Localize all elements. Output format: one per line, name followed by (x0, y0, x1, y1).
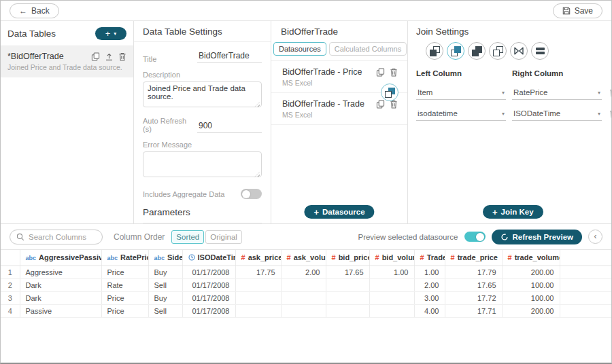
datasource-type: MS Excel (282, 79, 398, 87)
column-header-Side: abcSide (148, 250, 182, 266)
inner-join-icon[interactable] (447, 42, 464, 60)
table-cell: 1.00 (369, 266, 414, 278)
union-icon[interactable] (531, 42, 549, 60)
table-cell: 2.00 (414, 278, 445, 291)
join-keys-grid: Left Column Right Column Item ▾ RatePric… (416, 69, 603, 121)
column-order-segmented: Sorted Original (171, 230, 242, 244)
original-button[interactable]: Original (205, 230, 242, 244)
aggregate-toggle[interactable] (241, 189, 262, 199)
table-cell: 2.00 (281, 266, 326, 278)
plus-icon: + (313, 208, 319, 217)
table-cell: 17.65 (445, 278, 502, 291)
table-cell (235, 291, 281, 304)
data-tables-title: Data Tables (7, 29, 56, 39)
search-columns-field (10, 230, 103, 244)
datasource-name: BidOfferTrade - Price (282, 67, 362, 77)
table-cell: 17.71 (445, 304, 502, 317)
table-cell: 01/17/2008 (182, 266, 235, 278)
numeric-type-icon: # (420, 253, 424, 261)
join-type-indicator-icon[interactable] (381, 84, 398, 101)
column-header-ask_volume: #ask_volume (281, 250, 326, 266)
title-input[interactable] (197, 51, 262, 63)
title-field-label: Title (143, 55, 156, 63)
refresh-preview-button[interactable]: Refresh Preview (492, 230, 583, 244)
auto-refresh-label: Auto Refresh (s) (143, 117, 197, 133)
add-join-key-button[interactable]: + Join Key (483, 205, 543, 219)
table-cell: Passive (20, 304, 101, 317)
copy-icon[interactable] (376, 100, 385, 109)
datasources-tabs: Datasources Calculated Columns Debug (271, 41, 407, 61)
save-button-label: Save (575, 6, 593, 16)
numeric-type-icon: # (451, 253, 455, 261)
left-column-select[interactable]: Item ▾ (416, 85, 506, 100)
column-header-AggressivePassiveDark: abcAggressivePassiveDark (20, 250, 101, 266)
add-data-table-button[interactable]: + ▾ (95, 27, 126, 40)
datetime-type-icon (188, 253, 198, 261)
trash-icon[interactable] (118, 52, 126, 61)
right-column-select[interactable]: RatePrice ▾ (512, 85, 602, 100)
table-cell: Dark (20, 278, 101, 291)
select-value: isodatetime (418, 109, 458, 117)
table-cell: Sell (148, 278, 182, 291)
error-message-textarea[interactable] (143, 151, 262, 177)
numeric-type-icon: # (332, 253, 336, 261)
sorted-button[interactable]: Sorted (171, 230, 204, 244)
table-cell: 17.72 (445, 291, 502, 304)
table-cell: 200.00 (502, 266, 560, 278)
preview-datasource-toggle[interactable] (464, 232, 486, 242)
column-header-trade_volume: #trade_volume (502, 250, 560, 266)
description-textarea[interactable]: Joined Price and Trade data source. (143, 81, 262, 107)
data-table-list-item[interactable]: *BidOfferTrade Joined Price and Trade (1, 46, 133, 77)
copy-icon[interactable] (376, 68, 385, 77)
text-type-icon: abc (154, 255, 165, 261)
panels-row: Data Tables + ▾ *BidOfferTrade (1, 20, 611, 224)
table-cell: Aggressive (20, 266, 101, 278)
error-message-label: Error Message (143, 141, 262, 149)
table-cell (369, 278, 414, 291)
preview-table-area: abcAggressivePassiveDarkabcRatePriceabcS… (1, 249, 611, 318)
numeric-type-icon: # (375, 253, 379, 261)
table-cell (281, 278, 326, 291)
back-button[interactable]: ← Back (10, 3, 59, 18)
upload-icon[interactable] (105, 52, 114, 61)
chevron-down-icon: ▾ (502, 90, 505, 96)
table-cell (326, 291, 369, 304)
select-value: ISODateTime (513, 109, 560, 117)
search-columns-input[interactable] (29, 233, 96, 241)
chevron-down-icon: ▾ (502, 111, 505, 117)
save-button[interactable]: Save (553, 3, 602, 18)
add-datasource-button[interactable]: + Datasource (304, 205, 374, 219)
join-settings-title: Join Settings (416, 26, 603, 37)
trash-icon[interactable] (390, 68, 398, 77)
delete-join-key-icon[interactable] (608, 88, 611, 97)
chevron-down-icon: ▾ (598, 90, 600, 96)
table-cell: Buy (148, 291, 182, 304)
filler-cell (560, 278, 611, 291)
row-number: 3 (1, 291, 20, 304)
right-join-icon[interactable] (468, 42, 486, 60)
table-cell: 01/17/2008 (182, 278, 235, 291)
table-cell (235, 278, 281, 291)
left-column-select[interactable]: isodatetime ▾ (416, 106, 506, 121)
tab-calculated-columns[interactable]: Calculated Columns (329, 42, 407, 56)
datasources-panel-title: BidOfferTrade (271, 21, 407, 41)
full-outer-join-icon[interactable] (489, 42, 507, 60)
cross-join-icon[interactable] (510, 42, 528, 60)
delete-join-key-icon[interactable] (608, 109, 611, 118)
column-header-RatePrice: abcRatePrice (101, 250, 148, 266)
top-bar: ← Back Save (1, 1, 611, 20)
collapse-panel-button[interactable]: ‹ (588, 230, 602, 244)
copy-icon[interactable] (91, 52, 100, 61)
left-join-icon[interactable] (426, 42, 443, 60)
plus-icon: + (492, 208, 498, 217)
table-cell: 3.00 (414, 291, 445, 304)
tab-datasources[interactable]: Datasources (273, 42, 326, 56)
filler-cell (560, 266, 611, 278)
aggregate-toggle-label: Includes Aggregate Data (143, 190, 224, 198)
table-cell (281, 291, 326, 304)
auto-refresh-input[interactable] (197, 121, 262, 133)
table-cell: Rate (101, 278, 148, 291)
row-number-header (1, 250, 20, 266)
column-header-ask_price: #ask_price (235, 250, 281, 266)
right-column-select[interactable]: ISODateTime ▾ (512, 106, 602, 121)
